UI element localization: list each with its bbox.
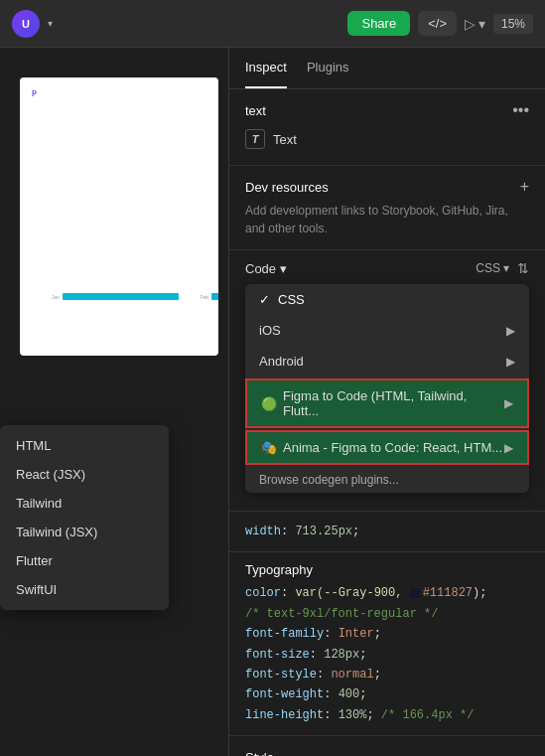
text-type-label: Text: [273, 132, 297, 147]
top-bar-left: U ▾: [12, 10, 53, 38]
code-section: Code ▾ CSS ▾ ⇅ ✓ CSS: [229, 250, 545, 512]
figma-to-code-arrow-icon: ▶: [504, 396, 513, 410]
style-section-title: Style: [245, 750, 274, 756]
comment-line: /* text-9xl/font-regular */: [245, 604, 529, 624]
left-panel-menu: HTML React (JSX) Tailwind Tailwind (JSX)…: [0, 425, 169, 610]
top-bar: U ▾ Share </> ▷ ▾ 15%: [0, 0, 545, 48]
menu-item-swiftui[interactable]: SwiftUI: [0, 575, 169, 604]
dev-resources-section: Dev resources + Add development links to…: [229, 166, 545, 250]
typography-code: color: var(--Gray-900, #111827); /* text…: [245, 583, 529, 725]
bar-chart: JanFebMarAprMayJunJulAugSepOctNovDecJanF…: [28, 102, 210, 301]
bar-fill: [63, 293, 179, 300]
canvas-area: p JanFebMarAprMayJunJulAugSepOctNovDecJa…: [0, 48, 228, 756]
browse-plugins-link[interactable]: Browse codegen plugins...: [245, 467, 529, 493]
color-line: color: var(--Gray-900, #111827);: [245, 583, 529, 603]
text-more-button[interactable]: •••: [512, 101, 529, 119]
dropdown-item-ios[interactable]: iOS ▶: [245, 315, 529, 346]
typography-title: Typography: [245, 562, 529, 577]
check-icon: ✓: [259, 292, 270, 307]
dev-resources-title: Dev resources: [245, 180, 329, 195]
text-section-title: text: [245, 103, 266, 118]
play-button[interactable]: ▷ ▾: [465, 16, 485, 32]
right-panel: Inspect Plugins text ••• T Text Dev reso…: [228, 48, 545, 756]
share-button[interactable]: Share: [347, 11, 410, 36]
dropdown-android-label: Android: [259, 354, 304, 369]
text-section-header: text •••: [245, 101, 529, 119]
android-arrow-icon: ▶: [506, 355, 515, 369]
code-dropdown-menu: ✓ CSS iOS ▶ Android ▶ 🟢 Figma to Code: [245, 284, 529, 493]
user-chevron-icon[interactable]: ▾: [48, 18, 53, 29]
menu-item-html[interactable]: HTML: [0, 431, 169, 460]
code-label: Code ▾: [245, 261, 287, 276]
font-size-line: font-size: 128px;: [245, 645, 529, 665]
width-property: width: 713.25px;: [245, 522, 529, 541]
dropdown-css-label: CSS: [278, 292, 305, 307]
anima-icon: 🎭: [261, 440, 277, 455]
text-type-icon: T: [245, 129, 265, 149]
font-style-line: font-style: normal;: [245, 665, 529, 684]
bar-row: Jan: [32, 293, 179, 300]
code-text: Code: [245, 261, 276, 276]
typography-section: Typography color: var(--Gray-900, #11182…: [229, 552, 545, 736]
bar-label: Jan: [32, 294, 60, 300]
dev-resources-header: Dev resources +: [245, 178, 529, 196]
bar-row: Feb: [181, 293, 218, 300]
menu-item-tailwind-jsx[interactable]: Tailwind (JSX): [0, 518, 169, 546]
line-height-line: line-height: 130%; /* 166.4px */: [245, 705, 529, 725]
width-value: 713.25px: [295, 525, 352, 538]
code-section-header: Code ▾ CSS ▾ ⇅: [245, 260, 529, 276]
code-button[interactable]: </>: [418, 11, 457, 36]
figma-to-code-label: Figma to Code (HTML, Tailwind, Flutt...: [283, 388, 504, 418]
width-code-block: width: 713.25px;: [229, 512, 545, 552]
menu-item-react[interactable]: React (JSX): [0, 460, 169, 489]
filter-button[interactable]: ⇅: [517, 260, 529, 276]
menu-item-tailwind[interactable]: Tailwind: [0, 489, 169, 518]
css-label: CSS ▾: [476, 261, 509, 275]
panel-tabs: Inspect Plugins: [229, 48, 545, 89]
anima-label: Anima - Figma to Code: React, HTM...: [283, 440, 502, 455]
zoom-level: 15%: [493, 14, 533, 34]
bar-fill: [211, 293, 218, 300]
dropdown-item-anima[interactable]: 🎭 Anima - Figma to Code: React, HTM... ▶: [245, 430, 529, 465]
dev-resources-add-button[interactable]: +: [520, 178, 529, 196]
tab-plugins[interactable]: Plugins: [307, 48, 349, 88]
text-section: text ••• T Text: [229, 89, 545, 166]
dropdown-item-css[interactable]: ✓ CSS: [245, 284, 529, 315]
text-type-row: T Text: [245, 125, 529, 153]
chart-title: p: [28, 87, 37, 96]
font-weight-line: font-weight: 400;: [245, 684, 529, 704]
css-text: CSS: [476, 261, 500, 275]
dropdown-ios-label: iOS: [259, 323, 281, 338]
dropdown-item-android[interactable]: Android ▶: [245, 346, 529, 377]
code-chevron-icon: ▾: [280, 261, 287, 276]
color-swatch: [410, 588, 420, 598]
play-icon: ▷: [465, 16, 476, 32]
dropdown-item-figma-to-code[interactable]: 🟢 Figma to Code (HTML, Tailwind, Flutt..…: [245, 378, 529, 428]
bar-label: Feb: [181, 294, 208, 300]
figma-to-code-icon: 🟢: [261, 396, 277, 411]
font-family-line: font-family: Inter;: [245, 624, 529, 644]
canvas-content: p JanFebMarAprMayJunJulAugSepOctNovDecJa…: [20, 77, 218, 356]
anima-arrow-icon: ▶: [504, 441, 513, 455]
avatar: U: [12, 10, 40, 38]
width-semicolon: ;: [352, 525, 359, 538]
tab-inspect[interactable]: Inspect: [245, 48, 287, 88]
css-chevron-icon: ▾: [503, 261, 509, 275]
menu-item-flutter[interactable]: Flutter: [0, 546, 169, 575]
style-section: Style: [229, 736, 545, 756]
ios-arrow-icon: ▶: [506, 324, 515, 338]
width-key: width: [245, 525, 281, 538]
play-chevron-icon: ▾: [478, 16, 485, 32]
dev-resources-description: Add development links to Storybook, GitH…: [245, 202, 529, 237]
main-layout: p JanFebMarAprMayJunJulAugSepOctNovDecJa…: [0, 48, 545, 756]
